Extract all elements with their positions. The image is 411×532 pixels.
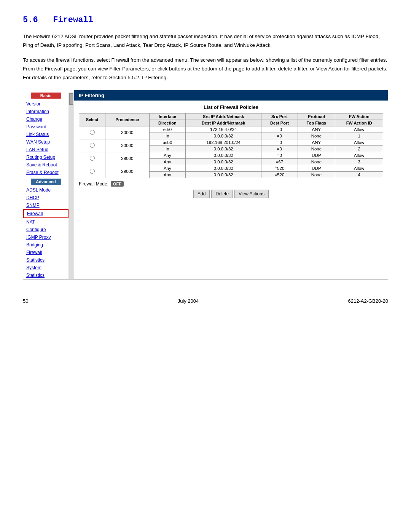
cell-direction: In <box>149 133 185 139</box>
th-dest-port: Dest Port <box>261 120 298 126</box>
firewall-mode-row: Firewall Mode: OFF <box>79 181 383 187</box>
table-row: 30000 usb0 192.168.201.0/24 =0 ANY Allow <box>79 139 383 145</box>
sidebar-item-bridging[interactable]: Bridging <box>23 241 68 249</box>
table-row: 29000 Any 0.0.0.0/32 =520 UDP Allow <box>79 165 383 171</box>
scrollbar[interactable] <box>68 93 74 279</box>
sidebar-item-configure[interactable]: Configure <box>23 226 68 233</box>
cell-direction: In <box>149 145 185 152</box>
footer-date: July 2004 <box>178 298 199 304</box>
cell-src-port: =0 <box>261 152 298 158</box>
cell-fw-action-id: 3 <box>335 158 383 165</box>
sidebar-item-firewall2[interactable]: Firewall <box>23 249 68 256</box>
cell-fw-action-id: 1 <box>335 133 383 139</box>
list-title: List of Firewall Policies <box>79 104 383 110</box>
cell-fw-action-id: 4 <box>335 171 383 178</box>
cell-radio[interactable] <box>79 139 105 152</box>
cell-precedence: 30000 <box>105 126 150 139</box>
cell-fw-action: Allow <box>335 165 383 171</box>
sidebar-item-erase-reboot[interactable]: Erase & Reboot <box>23 169 68 176</box>
cell-radio[interactable] <box>79 165 105 178</box>
firewall-mode-label: Firewall Mode: <box>79 181 108 187</box>
cell-src-ip: 0.0.0.0/32 <box>186 152 261 158</box>
add-button[interactable]: Add <box>193 190 210 198</box>
scroll-thumb[interactable] <box>69 93 73 105</box>
cell-src-ip: 192.168.201.0/24 <box>186 139 261 145</box>
main-panel: IP Filtering List of Firewall Policies S… <box>74 90 388 280</box>
cell-interface: eth0 <box>149 126 185 133</box>
sidebar-item-system[interactable]: System <box>23 264 68 272</box>
cell-protocol: ANY <box>298 139 335 145</box>
th-src-port: Src Port <box>261 113 298 120</box>
th-select: Select <box>79 113 105 126</box>
th-top-flags: Top Flags <box>298 120 335 126</box>
panel-inner: List of Firewall Policies Select Precede… <box>74 101 388 203</box>
sidebar-item-information[interactable]: Information <box>23 108 68 115</box>
cell-interface: Any <box>149 165 185 171</box>
th-src-ip: Src IP Addr/Netmask <box>186 113 261 120</box>
cell-precedence: 29000 <box>105 165 150 178</box>
delete-button[interactable]: Delete <box>211 190 233 198</box>
th-protocol: Protocol <box>298 113 335 120</box>
view-actions-button[interactable]: View Actions <box>234 190 269 198</box>
cell-dest-port: =67 <box>261 158 298 165</box>
sidebar-item-adsl-mode[interactable]: ADSL Mode <box>23 186 68 194</box>
cell-fw-action: Allow <box>335 152 383 158</box>
cell-src-port: =0 <box>261 139 298 145</box>
sidebar-item-nat[interactable]: NAT <box>23 218 68 226</box>
sidebar-item-wan-setup[interactable]: WAN Setup <box>23 138 68 146</box>
cell-dest-port: =0 <box>261 133 298 139</box>
footer-doc-id: 6212-A2-GB20-20 <box>348 298 388 304</box>
page-section: 5.6 Firewall The Hotwire 6212 ADSL route… <box>23 15 388 304</box>
table-row: 29000 Any 0.0.0.0/32 =0 UDP Allow <box>79 152 383 158</box>
intro-paragraph-2: To access the firewall functions, select… <box>23 56 388 82</box>
sidebar-item-snmp[interactable]: SNMP <box>23 201 68 209</box>
th-direction: Direction <box>149 120 185 126</box>
sidebar-item-statistics2[interactable]: Statistics <box>23 272 68 279</box>
th-interface: Interface <box>149 113 185 120</box>
cell-direction: Any <box>149 171 185 178</box>
sidebar-item-statistics[interactable]: Statistics <box>23 256 68 264</box>
table-row: 30000 eth0 172.16.4.0/24 =0 ANY Allow <box>79 126 383 133</box>
sidebar-item-firewall[interactable]: Firewall <box>23 209 68 218</box>
cell-src-port: =520 <box>261 165 298 171</box>
sidebar: Basic Version Information Change Passwor… <box>23 90 74 280</box>
th-dest-ip: Dest IP Addr/Netmask <box>186 120 261 126</box>
cell-dest-port: =520 <box>261 171 298 178</box>
sidebar-item-igmp-proxy[interactable]: IGMP Proxy <box>23 233 68 241</box>
sidebar-item-save-reboot[interactable]: Save & Reboot <box>23 161 68 169</box>
cell-src-ip: 172.16.4.0/24 <box>186 126 261 133</box>
cell-interface: Any <box>149 152 185 158</box>
page-footer: 50 July 2004 6212-A2-GB20-20 <box>23 295 388 304</box>
sidebar-item-change[interactable]: Change <box>23 115 68 123</box>
cell-src-port: =0 <box>261 126 298 133</box>
firewall-table: Select Precedence Interface Src IP Addr/… <box>79 113 383 178</box>
th-precedence: Precedence <box>105 113 150 126</box>
cell-dest-ip: 0.0.0.0/32 <box>186 158 261 165</box>
sidebar-item-routing-setup[interactable]: Routing Setup <box>23 153 68 161</box>
sidebar-item-dhcp[interactable]: DHCP <box>23 194 68 201</box>
cell-top-flags: None <box>298 171 335 178</box>
sidebar-item-password[interactable]: Password <box>23 123 68 131</box>
cell-fw-action: Allow <box>335 139 383 145</box>
cell-radio[interactable] <box>79 126 105 139</box>
cell-radio[interactable] <box>79 152 105 165</box>
cell-protocol: ANY <box>298 126 335 133</box>
cell-dest-port: =0 <box>261 145 298 152</box>
sidebar-item-link-status[interactable]: Link Status <box>23 131 68 138</box>
cell-top-flags: None <box>298 145 335 152</box>
cell-src-ip: 0.0.0.0/32 <box>186 165 261 171</box>
sidebar-item-version[interactable]: Version <box>23 100 68 108</box>
th-fw-action-id: FW Action ID <box>335 120 383 126</box>
cell-protocol: UDP <box>298 152 335 158</box>
panel-header: IP Filtering <box>74 90 388 101</box>
cell-interface: usb0 <box>149 139 185 145</box>
footer-page-number: 50 <box>23 298 28 304</box>
cell-direction: Any <box>149 158 185 165</box>
cell-precedence: 29000 <box>105 152 150 165</box>
firewall-mode-value: OFF <box>111 181 124 187</box>
sidebar-item-lan-setup[interactable]: LAN Setup <box>23 146 68 153</box>
cell-dest-ip: 0.0.0.0/32 <box>186 145 261 152</box>
cell-protocol: UDP <box>298 165 335 171</box>
th-fw-action: FW Action <box>335 113 383 120</box>
section-title: 5.6 Firewall <box>23 15 388 25</box>
